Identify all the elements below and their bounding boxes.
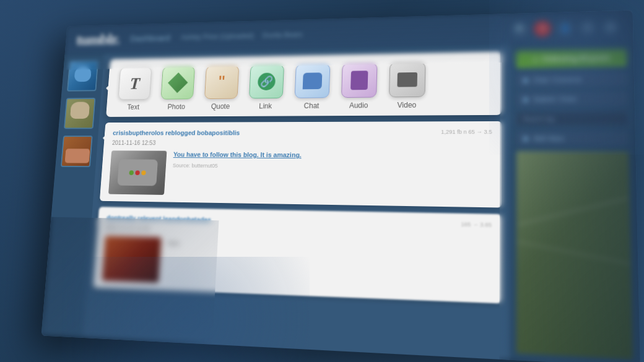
photo-icon [161,66,195,100]
video-icon [389,62,425,97]
sidebar-option-label-2: Submit / Order [534,96,577,103]
audio-icon [341,62,378,98]
map-line-2 [517,241,630,264]
person-icon[interactable]: 👤 [556,20,573,36]
chat-label: Chat [304,101,320,110]
link-icon: 🔗 [249,64,284,98]
post-source-1: Source: butternut05 [173,163,492,171]
nav-icons: 🔍 3 👤 ⚙ ⏻ [512,19,620,37]
post-card-2: dontreally relevent leandonbatadas 165 →… [93,207,502,303]
quote-label: Quote [211,102,230,110]
audio-label: Audio [349,101,368,110]
post-date-1: 2011-11-16 12:53 [112,140,492,147]
sidebar-option-chat[interactable]: Chat / Converse [516,72,627,88]
post-type-audio[interactable]: Audio [341,62,377,110]
post-card-1: crisisbuptherolos reblogged bobapositibl… [100,121,502,208]
post-type-link[interactable]: 🔗 Link [248,64,284,110]
post-user-2: dontreally relevent leandonbatadas [107,214,211,223]
post-type-text[interactable]: T Text [117,67,152,111]
post-meta-2: 165 → 3.65 [461,221,492,230]
map-line-1 [518,198,628,225]
post-content-2: here [102,236,492,295]
avatar-3[interactable] [61,136,93,167]
post-text-1: You have to follow this blog. It is amaz… [171,151,492,200]
sidebar-option-label-1: Chat / Converse [534,76,582,84]
post-type-chat[interactable]: Chat [294,64,331,110]
post-meta-1: 1,291 fb n 65 → 3.5 [441,129,492,136]
nav-link-1[interactable]: Ashley Price (Uploaded) [181,32,254,41]
link-label: Link [259,102,272,110]
post-image-2 [102,236,162,283]
dot-icon-1 [523,78,529,83]
chat-icon [295,64,331,98]
text-icon: T [118,67,152,100]
post-text-2: here [165,238,492,295]
dot-icon-2 [523,97,529,102]
nav-link-2[interactable]: Duvita Bears [263,30,303,40]
center-content: T Text Photo " Quote [82,45,510,360]
post-desc-2: here [168,240,492,256]
notification-icon[interactable]: 3 [534,20,551,37]
avatar-2[interactable] [64,98,95,129]
search-tag-input[interactable]: Search tag [516,111,629,126]
post-user-1: crisisbuptherolos reblogged bobapositibl… [113,129,240,136]
nav-links: Ashley Price (Uploaded) Duvita Bears [181,25,511,41]
video-label: Video [397,101,416,110]
post-image-1 [108,150,167,195]
screen-wrapper: tumblr. Dashboard Ashley Price (Uploaded… [0,0,644,362]
post-type-photo[interactable]: Photo [160,66,195,111]
post-type-video[interactable]: Video [389,62,426,110]
dashboard-container: tumblr. Dashboard Ashley Price (Uploaded… [41,11,641,362]
post-type-quote[interactable]: " Quote [204,65,239,110]
sidebar-option-add[interactable]: Add Value [516,131,629,146]
post-content-1: You have to follow this blog. It is amaz… [108,150,492,199]
post-link-1[interactable]: You have to follow this blog. It is amaz… [173,151,492,160]
right-sidebar: Following All posts Chat / Converse Subm… [510,43,640,362]
post-header-1: crisisbuptherolos reblogged bobapositibl… [113,129,492,136]
quote-icon: " [204,65,239,99]
sidebar-map [516,151,633,360]
nav-title: Dashboard [130,33,170,43]
main-area: T Text Photo " Quote [41,43,641,362]
search-tag-placeholder: Search tag [523,115,555,122]
sidebar-option-submit[interactable]: Submit / Order [516,92,628,107]
app-logo: tumblr. [76,30,120,48]
dot-icon-3 [523,136,529,141]
